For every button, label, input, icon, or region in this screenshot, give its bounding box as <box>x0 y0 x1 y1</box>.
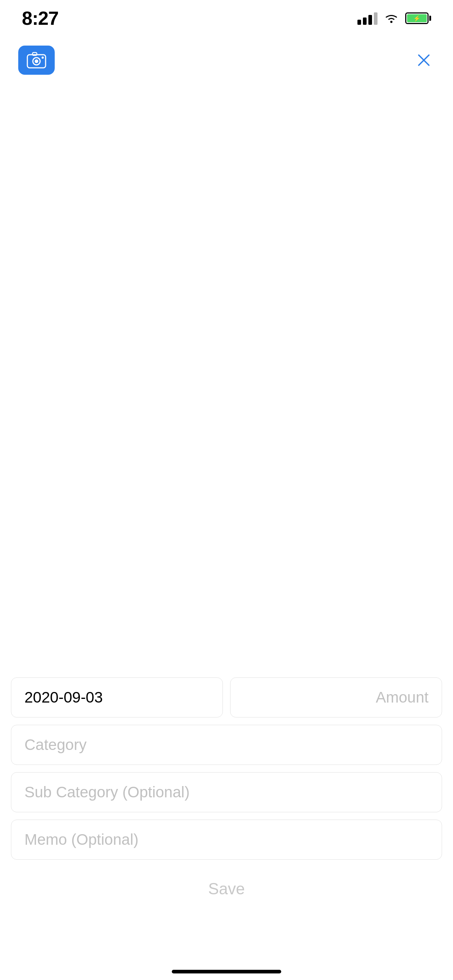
svg-point-3 <box>35 59 38 63</box>
memo-input[interactable] <box>11 819 442 860</box>
home-indicator <box>172 970 281 974</box>
sub-category-input[interactable] <box>11 772 442 812</box>
svg-point-5 <box>41 57 44 59</box>
battery-icon: ⚡ <box>405 13 431 24</box>
svg-rect-4 <box>32 52 37 56</box>
top-nav <box>0 37 453 84</box>
close-icon <box>415 51 432 69</box>
date-input[interactable] <box>11 678 223 718</box>
camera-button[interactable] <box>18 46 55 75</box>
amount-input[interactable] <box>230 678 442 718</box>
form-section: Save <box>11 678 442 907</box>
main-content: Save <box>0 84 453 922</box>
status-bar: 8:27 ⚡ <box>0 0 453 37</box>
date-amount-row <box>11 678 442 718</box>
category-input[interactable] <box>11 725 442 765</box>
wifi-icon <box>384 13 399 24</box>
close-button[interactable] <box>413 49 435 71</box>
camera-icon <box>26 49 47 71</box>
signal-icon <box>357 12 378 25</box>
save-button[interactable]: Save <box>11 870 442 907</box>
svg-point-0 <box>390 21 392 23</box>
status-time: 8:27 <box>22 7 58 29</box>
save-label: Save <box>208 880 245 898</box>
status-icons: ⚡ <box>357 12 431 25</box>
